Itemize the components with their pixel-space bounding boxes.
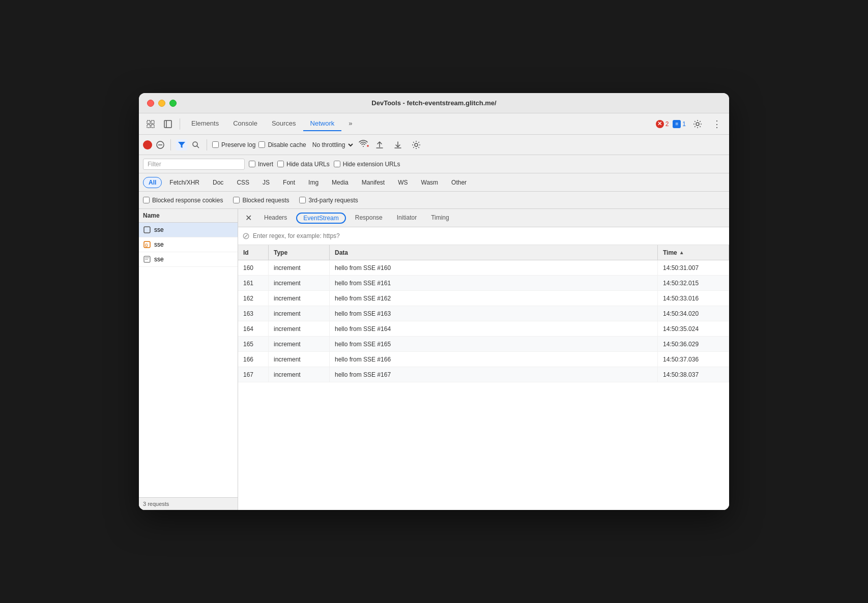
request-type-icon: {} [143,240,151,249]
list-item[interactable]: sse [139,223,238,237]
third-party-input[interactable] [299,197,306,203]
toolbar-divider-2 [170,139,171,150]
traffic-lights [147,100,177,107]
invert-checkbox[interactable]: Invert [249,161,273,168]
cell-type: increment [269,276,330,290]
blocked-cookies-label: Blocked response cookies [152,197,223,204]
table-row[interactable]: 167incrementhello from SSE #16714:50:38.… [238,367,729,382]
type-filter-doc[interactable]: Doc [207,177,229,188]
clear-button[interactable] [155,140,165,150]
svg-line-10 [197,146,199,148]
tab-elements[interactable]: Elements [184,116,226,131]
preserve-log-checkbox[interactable]: Preserve log [212,141,255,148]
disable-cache-label: Disable cache [268,141,306,148]
list-item[interactable]: sse [139,252,238,267]
tab-sources[interactable]: Sources [265,116,303,131]
titlebar: DevTools - fetch-eventstream.glitch.me/ [139,93,729,113]
type-filter-js[interactable]: JS [257,177,275,188]
close-detail-button[interactable]: ✕ [242,213,255,223]
throttle-select[interactable]: No throttling Fast 3G Slow 3G [309,141,355,149]
type-filter-media[interactable]: Media [326,177,354,188]
settings-gear-icon[interactable] [690,117,705,131]
record-button[interactable] [143,140,152,149]
main-tabs: Elements Console Sources Network » [184,116,360,131]
disable-cache-checkbox[interactable]: Disable cache [258,141,306,148]
type-filter-manifest[interactable]: Manifest [356,177,390,188]
blocked-cookies-checkbox[interactable]: Blocked response cookies [143,197,223,204]
blocked-requests-input[interactable] [233,197,240,203]
svg-point-13 [415,143,418,146]
type-filter-img[interactable]: Img [303,177,324,188]
minimize-button[interactable] [158,100,165,107]
cell-id: 163 [238,306,269,321]
detail-panel: ✕ Headers EventStream Response Initiator… [238,209,729,510]
tab-more[interactable]: » [341,116,359,131]
type-filter-css[interactable]: CSS [231,177,255,188]
hide-data-urls-input[interactable] [277,161,284,167]
tab-eventstream[interactable]: EventStream [296,213,345,224]
table-row[interactable]: 166incrementhello from SSE #16614:50:37.… [238,352,729,367]
hide-data-urls-checkbox[interactable]: Hide data URLs [277,161,330,168]
blocked-cookies-input[interactable] [143,197,150,203]
regex-input[interactable] [253,232,725,239]
blocked-requests-checkbox[interactable]: Blocked requests [233,197,289,204]
type-filter-other[interactable]: Other [446,177,472,188]
cell-time: 14:50:33.016 [658,291,729,306]
preserve-log-input[interactable] [212,141,219,148]
request-name: sse [154,256,164,263]
sort-arrow-icon: ▲ [679,250,684,255]
maximize-button[interactable] [169,100,177,107]
svg-rect-4 [164,120,171,128]
tab-headers[interactable]: Headers [257,211,294,225]
preserve-log-label: Preserve log [221,141,255,148]
type-filter-all[interactable]: All [143,177,162,188]
filter-input[interactable] [143,159,245,170]
cursor-icon[interactable] [143,117,158,131]
tab-timing[interactable]: Timing [424,211,456,225]
top-toolbar: Elements Console Sources Network » ✕ 2 ≡… [139,113,729,135]
hide-extension-urls-checkbox[interactable]: Hide extension URLs [334,161,400,168]
tab-console[interactable]: Console [226,116,265,131]
cell-data: hello from SSE #162 [330,291,658,306]
filter-button[interactable] [176,139,187,150]
blocked-requests-label: Blocked requests [242,197,289,204]
table-row[interactable]: 161incrementhello from SSE #16114:50:32.… [238,276,729,291]
invert-input[interactable] [249,161,255,167]
tab-network[interactable]: Network [303,116,342,131]
search-button[interactable] [190,139,201,150]
inspect-icon[interactable] [160,117,176,131]
more-options-icon[interactable]: ⋮ [709,116,725,132]
table-row[interactable]: 165incrementhello from SSE #16514:50:36.… [238,337,729,352]
svg-point-9 [193,142,197,146]
disable-cache-input[interactable] [258,141,265,148]
third-party-checkbox[interactable]: 3rd-party requests [299,197,358,204]
type-filter-wasm[interactable]: Wasm [416,177,444,188]
upload-icon[interactable] [372,138,387,152]
cell-data: hello from SSE #167 [330,367,658,382]
header-time[interactable]: Time ▲ [658,245,729,260]
type-filter-font[interactable]: Font [277,177,301,188]
event-rows: 160incrementhello from SSE #16014:50:31.… [238,260,729,510]
hide-extension-urls-input[interactable] [334,161,340,167]
table-row[interactable]: 160incrementhello from SSE #16014:50:31.… [238,260,729,276]
table-row[interactable]: 164incrementhello from SSE #16414:50:35.… [238,321,729,337]
table-row[interactable]: 162incrementhello from SSE #16214:50:33.… [238,291,729,306]
error-count: 2 [666,120,669,128]
list-item[interactable]: {}sse [139,237,238,252]
download-icon[interactable] [390,138,406,152]
cell-data: hello from SSE #161 [330,276,658,290]
cell-type: increment [269,321,330,336]
network-settings-icon[interactable] [409,138,424,152]
tab-initiator[interactable]: Initiator [390,211,424,225]
regex-filter-row: ⊘ [238,227,729,245]
cell-time: 14:50:38.037 [658,367,729,382]
event-table-header: Id Type Data Time ▲ [238,245,729,260]
table-row[interactable]: 163incrementhello from SSE #16314:50:34.… [238,306,729,321]
devtools-panel: Elements Console Sources Network » ✕ 2 ≡… [139,113,729,510]
type-filter-fetch_xhr[interactable]: Fetch/XHR [164,177,205,188]
cell-data: hello from SSE #160 [330,260,658,275]
type-filter-ws[interactable]: WS [392,177,413,188]
no-entry-icon: ⊘ [242,230,250,242]
close-button[interactable] [147,100,154,107]
tab-response[interactable]: Response [348,211,390,225]
